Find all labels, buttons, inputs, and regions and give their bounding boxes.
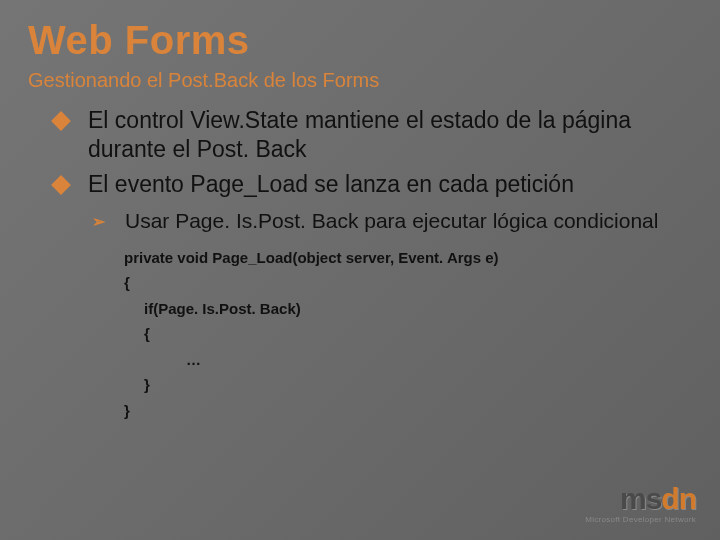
logo-prefix: ms [620,482,661,515]
code-line: private void Page_Load(object server, Ev… [124,245,692,271]
sub-bullet-item: ➢ Usar Page. Is.Post. Back para ejecutar… [92,208,692,234]
slide: Web Forms Gestionando el Post.Back de lo… [0,0,720,540]
sub-bullet-list: ➢ Usar Page. Is.Post. Back para ejecutar… [28,208,692,234]
bullet-text: El control View.State mantiene el estado… [88,106,692,164]
slide-title: Web Forms [28,18,692,63]
msdn-logo: msdn Microsoft Developer Network [585,484,696,524]
code-line: } [124,372,692,398]
code-line: { [124,321,692,347]
code-block: private void Page_Load(object server, Ev… [28,245,692,424]
diamond-bullet-icon [51,111,71,131]
code-line: … [124,347,692,373]
logo-suffix: dn [661,482,696,515]
code-line: } [124,398,692,424]
slide-subtitle: Gestionando el Post.Back de los Forms [28,69,692,92]
bullet-item: El control View.State mantiene el estado… [54,106,692,164]
bullet-list: El control View.State mantiene el estado… [28,106,692,198]
sub-bullet-text: Usar Page. Is.Post. Back para ejecutar l… [125,208,658,234]
logo-text: msdn [585,484,696,514]
diamond-bullet-icon [51,175,71,195]
chevron-icon: ➢ [92,212,105,231]
logo-tagline: Microsoft Developer Network [585,516,696,524]
bullet-text: El evento Page_Load se lanza en cada pet… [88,170,574,199]
code-line: { [124,270,692,296]
bullet-item: El evento Page_Load se lanza en cada pet… [54,170,692,199]
code-line: if(Page. Is.Post. Back) [124,296,692,322]
